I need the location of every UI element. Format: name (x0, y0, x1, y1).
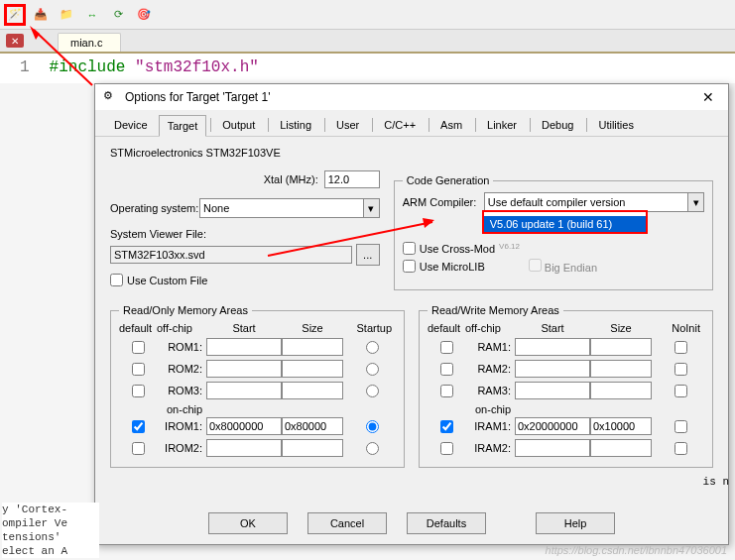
mem-noinit-checkbox[interactable] (674, 442, 687, 455)
memory-row: RAM3: (428, 382, 704, 399)
mem-label: IRAM2: (465, 442, 515, 454)
code-editor[interactable]: 1#include "stm32f10x.h" (0, 54, 735, 83)
mem-size-input[interactable] (282, 338, 343, 356)
mem-noinit-checkbox[interactable] (674, 385, 687, 397)
mem-start-input[interactable] (206, 382, 282, 399)
mem-start-input[interactable] (206, 439, 282, 457)
memory-row: RAM1: (428, 338, 704, 356)
os-combo-value: None (203, 202, 229, 214)
mem-default-checkbox[interactable] (132, 341, 145, 354)
toolbar-btn-3[interactable]: 📁 (56, 4, 77, 26)
mem-noinit-checkbox[interactable] (674, 420, 687, 433)
mem-start-input[interactable] (515, 439, 590, 457)
mem-size-input[interactable] (282, 417, 343, 435)
tab-linker[interactable]: Linker (478, 114, 526, 136)
device-name-label: STMicroelectronics STM32F103VE (110, 147, 713, 159)
toolbar-btn-6[interactable]: 🎯 (133, 4, 155, 26)
mem-size-input[interactable] (590, 360, 652, 378)
mem-default-checkbox[interactable] (132, 363, 145, 376)
mem-start-input[interactable] (515, 382, 590, 399)
file-tab[interactable]: mian.c (58, 33, 121, 52)
dialog-close-button[interactable]: ✕ (696, 89, 720, 105)
mem-label: IROM2: (157, 442, 206, 454)
mem-startup-radio[interactable] (366, 341, 379, 354)
arm-compiler-combo[interactable]: Use default compiler version ▾ (484, 192, 704, 212)
mem-default-checkbox[interactable] (132, 442, 145, 455)
mem-label: ROM2: (157, 363, 206, 375)
tab-listing[interactable]: Listing (271, 114, 320, 136)
mem-size-input[interactable] (282, 382, 343, 399)
os-combo[interactable]: None ▾ (199, 198, 380, 218)
mem-default-checkbox[interactable] (440, 442, 453, 455)
mem-start-input[interactable] (515, 338, 590, 356)
close-panel-button[interactable]: ✕ (6, 34, 24, 48)
mem-startup-radio[interactable] (366, 385, 379, 397)
mem-startup-radio[interactable] (366, 363, 379, 376)
tab-cpp[interactable]: C/C++ (375, 114, 425, 136)
dialog-body: STMicroelectronics STM32F103VE Xtal (MHz… (95, 137, 728, 478)
mem-start-input[interactable] (515, 417, 590, 435)
v612-fragment: V6.12 (499, 242, 520, 251)
wand-icon: 🪄 (8, 8, 22, 21)
tab-asm[interactable]: Asm (431, 114, 471, 136)
rebuild-icon: ⟳ (114, 8, 123, 21)
folder-icon: 📁 (60, 8, 73, 21)
mem-startup-radio[interactable] (366, 442, 379, 455)
mem-default-checkbox[interactable] (132, 420, 145, 433)
mem-size-input[interactable] (282, 360, 343, 378)
tab-target[interactable]: Target (159, 115, 207, 137)
tab-debug[interactable]: Debug (533, 114, 582, 136)
mem-size-input[interactable] (282, 439, 343, 457)
mem-size-input[interactable] (590, 338, 652, 356)
mem-noinit-checkbox[interactable] (674, 363, 687, 376)
mem-default-checkbox[interactable] (440, 363, 453, 376)
svf-browse-button[interactable]: ... (356, 244, 380, 266)
download-icon: 📥 (34, 8, 48, 21)
use-microlib-checkbox[interactable] (403, 260, 416, 273)
defaults-button[interactable]: Defaults (407, 512, 486, 534)
xtal-input[interactable] (324, 170, 380, 188)
options-dialog: ⚙ Options for Target 'Target 1' ✕ Device… (94, 83, 729, 545)
options-button[interactable]: 🪄 (4, 4, 26, 26)
right-text-fragment: is n (703, 476, 729, 488)
codegen-legend: Code Generation (403, 174, 494, 186)
help-button[interactable]: Help (536, 512, 615, 534)
compiler-option-v506[interactable]: V5.06 update 1 (build 61) (484, 216, 646, 232)
tab-user[interactable]: User (327, 114, 368, 136)
arm-compiler-label: ARM Compiler: (403, 196, 484, 208)
output-panel: y 'Cortex- ompiler Ve tensions' elect an… (2, 503, 99, 558)
memory-row: IROM1: (119, 417, 396, 435)
dialog-icon: ⚙ (103, 89, 119, 105)
tab-utilities[interactable]: Utilities (589, 114, 642, 136)
cancel-button[interactable]: Cancel (307, 512, 387, 534)
toolbar-btn-4[interactable]: ↔ (81, 4, 103, 26)
mem-default-checkbox[interactable] (440, 420, 453, 433)
mem-startup-radio[interactable] (366, 420, 379, 433)
compiler-option-default[interactable]: Use default compiler version (484, 212, 646, 216)
mem-label: RAM1: (465, 341, 515, 353)
svf-label: System Viewer File: (110, 228, 380, 240)
target-icon: 🎯 (137, 8, 151, 21)
mem-default-checkbox[interactable] (440, 341, 453, 354)
mem-start-input[interactable] (206, 360, 282, 378)
mem-size-input[interactable] (590, 439, 652, 457)
ok-button[interactable]: OK (208, 512, 288, 534)
mem-label: RAM2: (465, 363, 515, 375)
watermark: https://blog.csdn.net/lbnnbn47036001 (546, 544, 727, 556)
mem-size-input[interactable] (590, 382, 652, 399)
mem-noinit-checkbox[interactable] (674, 341, 687, 354)
mem-start-input[interactable] (206, 338, 282, 356)
tab-output[interactable]: Output (213, 114, 264, 136)
mem-size-input[interactable] (590, 417, 652, 435)
ro-legend: Read/Only Memory Areas (119, 304, 252, 316)
mem-label: ROM3: (157, 385, 206, 396)
tab-device[interactable]: Device (105, 114, 157, 136)
mem-start-input[interactable] (206, 417, 282, 435)
mem-default-checkbox[interactable] (440, 385, 453, 397)
toolbar-btn-2[interactable]: 📥 (30, 4, 52, 26)
use-custom-file-checkbox[interactable] (110, 274, 123, 286)
use-cross-checkbox[interactable] (403, 242, 416, 255)
toolbar-btn-5[interactable]: ⟳ (107, 4, 129, 26)
mem-start-input[interactable] (515, 360, 590, 378)
mem-default-checkbox[interactable] (132, 385, 145, 397)
